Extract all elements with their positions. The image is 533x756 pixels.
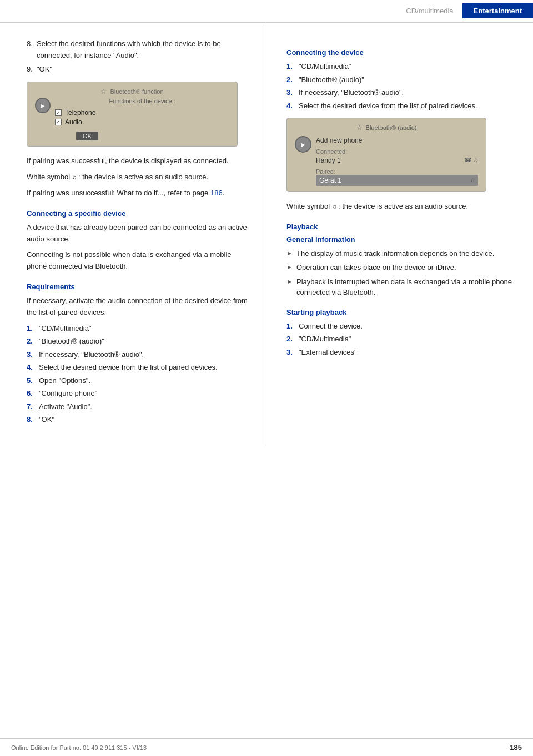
- left-step-6-num: 6.: [27, 388, 39, 399]
- connecting-specific-para1: A device that has already been paired ca…: [27, 222, 250, 245]
- left-step-3: 3. If necessary, "Bluetooth® audio".: [27, 349, 250, 360]
- gerat1-icon: ♫: [470, 177, 475, 183]
- step-9-num: 9.: [27, 64, 37, 75]
- right-step-1-text: "CD/Multimedia": [299, 61, 517, 72]
- header-cd-multimedia: CD/multimedia: [406, 7, 462, 15]
- main-content: 8. Select the desired functions with whi…: [0, 23, 533, 446]
- requirements-heading: Requirements: [27, 283, 250, 291]
- left-step-2: 2. "Bluetooth® (audio)": [27, 336, 250, 347]
- left-step-2-text: "Bluetooth® (audio)": [39, 336, 250, 347]
- step-9-text: "OK": [37, 64, 250, 75]
- screen2-content: Add new phone Connected: Handy 1 ☎ ♫ Pai…: [316, 135, 478, 186]
- playback-heading: Playback: [286, 223, 517, 231]
- gerat1-item: Gerät 1 ♫: [316, 175, 478, 186]
- start-step-2-num: 2.: [286, 334, 299, 345]
- requirements-para: If necessary, activate the audio connect…: [27, 295, 250, 319]
- nav-circle-1: ▶: [35, 98, 51, 113]
- left-steps-list: 1. "CD/Multimedia" 2. "Bluetooth® (audio…: [27, 323, 250, 425]
- header-entertainment: Entertainment: [462, 3, 533, 18]
- white-symbol-text-start: White symbol: [27, 173, 72, 181]
- step-9: 9. "OK": [27, 64, 250, 75]
- step-8: 8. Select the desired functions with whi…: [27, 38, 250, 62]
- left-step-7-num: 7.: [27, 401, 39, 412]
- footer-text: Online Edition for Part no. 01 40 2 911 …: [11, 744, 147, 751]
- bullet-3: ► Playback is interrupted when data is e…: [286, 276, 517, 298]
- right-step-1-num: 1.: [286, 61, 299, 72]
- screen1-ok-area: OK: [55, 128, 229, 140]
- screen1-title: ☆ Bluetooth® function: [35, 88, 229, 95]
- start-step-1: 1. Connect the device.: [286, 321, 517, 332]
- start-step-3: 3. "External devices": [286, 347, 517, 358]
- left-step-1-text: "CD/Multimedia": [39, 323, 250, 334]
- footer-page: 185: [510, 743, 522, 752]
- left-step-5-num: 5.: [27, 375, 39, 386]
- step-8-text: Select the desired functions with which …: [37, 38, 250, 62]
- checkbox-audio: ✓: [55, 119, 62, 125]
- starting-playback-heading: Starting playback: [286, 308, 517, 316]
- connecting-specific-para2: Connecting is not possible when data is …: [27, 249, 250, 273]
- left-step-8: 8. "OK": [27, 414, 250, 425]
- page-link-186[interactable]: 186: [210, 189, 223, 197]
- right-white-symbol-para: White symbol ♫ : the device is active as…: [286, 201, 517, 213]
- left-step-8-text: "OK": [39, 414, 250, 425]
- checkbox-telephone: ✓: [55, 109, 62, 116]
- right-step-2-text: "Bluetooth® (audio)": [299, 74, 517, 85]
- right-music-note-icon: ♫: [332, 203, 338, 210]
- screen1-item2: ✓ Audio: [55, 118, 229, 126]
- left-step-1: 1. "CD/Multimedia": [27, 323, 250, 334]
- left-step-7: 7. Activate "Audio".: [27, 401, 250, 412]
- bluetooth-icon: ☆: [100, 88, 107, 95]
- pairing-success-para: If pairing was successful, the device is…: [27, 155, 250, 167]
- left-column: 8. Select the desired functions with whi…: [0, 23, 266, 446]
- right-column: Connecting the device 1. "CD/Multimedia"…: [266, 23, 533, 446]
- connecting-device-heading: Connecting the device: [286, 48, 517, 57]
- add-new-phone-item: Add new phone: [316, 135, 478, 146]
- right-step-3-text: If necessary, "Bluetooth® audio".: [299, 87, 517, 98]
- left-step-6-text: "Configure phone": [39, 388, 250, 399]
- start-step-1-num: 1.: [286, 321, 299, 332]
- right-step-3-num: 3.: [286, 87, 299, 98]
- bullet-1: ► The display of music track information…: [286, 248, 517, 259]
- left-step-8-num: 8.: [27, 414, 39, 425]
- page-footer: Online Edition for Part no. 01 40 2 911 …: [0, 738, 533, 756]
- left-step-5: 5. Open "Options".: [27, 375, 250, 386]
- connecting-specific-heading: Connecting a specific device: [27, 209, 250, 218]
- right-step-3: 3. If necessary, "Bluetooth® audio".: [286, 87, 517, 98]
- left-step-5-text: Open "Options".: [39, 375, 250, 386]
- start-step-3-text: "External devices": [299, 347, 517, 358]
- ok-button-screen1: OK: [76, 132, 98, 140]
- screen1-row: ▶ Functions of the device : ✓ Telephone …: [35, 98, 229, 140]
- bullet-3-text: Playback is interrupted when data is exc…: [296, 276, 517, 298]
- music-note-icon: ♫: [72, 174, 78, 180]
- connected-label: Connected:: [316, 148, 478, 155]
- arrow-icon-1: ►: [286, 248, 296, 259]
- arrow-icon-3: ►: [286, 276, 296, 298]
- white-symbol-text-end: : the device is active as an audio sourc…: [78, 173, 208, 181]
- right-step-4: 4. Select the desired device from the li…: [286, 100, 517, 112]
- right-steps-list: 1. "CD/Multimedia" 2. "Bluetooth® (audio…: [286, 61, 517, 111]
- general-info-heading: General information: [286, 235, 517, 244]
- screen2-title: ☆ Bluetooth® (audio): [295, 124, 478, 132]
- right-step-1: 1. "CD/Multimedia": [286, 61, 517, 72]
- right-step-4-num: 4.: [286, 100, 299, 112]
- left-step-2-num: 2.: [27, 336, 39, 347]
- bluetooth-audio-icon: ☆: [356, 124, 363, 132]
- paired-label: Paired:: [316, 168, 478, 175]
- bullet-2: ► Operation can takes place on the devic…: [286, 262, 517, 273]
- start-step-2: 2. "CD/Multimedia": [286, 334, 517, 345]
- right-step-2: 2. "Bluetooth® (audio)": [286, 74, 517, 85]
- left-step-6: 6. "Configure phone": [27, 388, 250, 399]
- start-step-3-num: 3.: [286, 347, 299, 358]
- left-step-3-text: If necessary, "Bluetooth® audio".: [39, 349, 250, 360]
- handy1-icons: ☎ ♫: [464, 157, 478, 164]
- bluetooth-function-screen: ☆ Bluetooth® function ▶ Functions of the…: [27, 82, 238, 147]
- screen1-subtitle: Functions of the device :: [55, 98, 229, 104]
- starting-steps-list: 1. Connect the device. 2. "CD/Multimedia…: [286, 321, 517, 358]
- step-8-num: 8.: [27, 38, 37, 62]
- white-symbol-para: White symbol ♫ : the device is active as…: [27, 172, 250, 183]
- left-step-4: 4. Select the desired device from the li…: [27, 362, 250, 373]
- pairing-unsuccessful-para: If pairing was unsuccessful: What to do …: [27, 188, 250, 199]
- start-step-2-text: "CD/Multimedia": [299, 334, 517, 345]
- bullet-2-text: Operation can takes place on the device …: [296, 262, 517, 273]
- left-step-1-num: 1.: [27, 323, 39, 334]
